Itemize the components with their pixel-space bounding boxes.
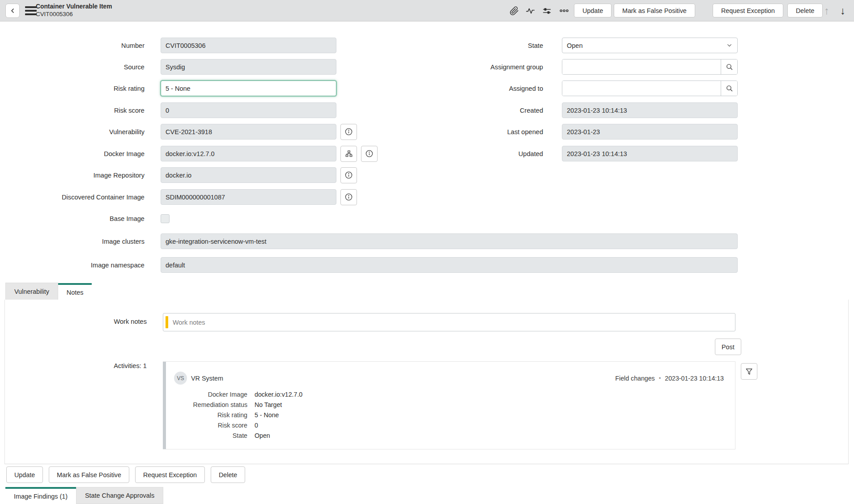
- assignment-group-input[interactable]: [562, 59, 721, 74]
- change-row: Docker Image docker.io:v12.7.0: [163, 390, 302, 398]
- related-list-tabs: Image Findings (1) State Change Approval…: [4, 486, 849, 504]
- personalize-form-button[interactable]: [539, 4, 554, 18]
- activity-timestamp: 2023-01-23 10:14:13: [665, 375, 724, 382]
- more-options-button[interactable]: [557, 4, 572, 18]
- field-row-updated: Updated 2023-01-23 10:14:13: [399, 146, 738, 161]
- change-row: Remediation status No Target: [163, 401, 282, 409]
- avatar: VS: [174, 372, 187, 385]
- field-label: Last opened: [399, 128, 543, 136]
- hierarchy-icon: [345, 150, 353, 158]
- risk-score-field: 0: [161, 102, 336, 118]
- risk-rating-field[interactable]: 5 - None: [161, 80, 336, 96]
- change-value: docker.io:v12.7.0: [255, 390, 302, 398]
- state-selected-value: Open: [567, 42, 582, 49]
- assigned-to-reference: [562, 80, 738, 96]
- docker-image-dependency-button[interactable]: [340, 146, 357, 162]
- previous-record-icon: ↑: [820, 4, 834, 18]
- tab-vulnerability[interactable]: Vulnerability: [5, 283, 58, 300]
- last-opened-field: 2023-01-23: [562, 124, 738, 140]
- field-row-created: Created 2023-01-23 10:14:13: [399, 102, 738, 118]
- info-icon: [344, 127, 353, 136]
- assignment-group-reference: [562, 59, 738, 75]
- paperclip-icon: [510, 6, 519, 16]
- activity-user-name: VR System: [191, 372, 223, 385]
- field-label: Updated: [399, 150, 543, 157]
- source-field: Sysdig: [161, 59, 336, 75]
- work-notes-label: Work notes: [5, 318, 147, 325]
- field-row-image-clusters: Image clusters gke-integration-serviceno…: [0, 233, 738, 249]
- mark-false-positive-button-footer[interactable]: Mark as False Positive: [49, 466, 129, 483]
- updated-field: 2023-01-23 10:14:13: [562, 146, 738, 161]
- info-icon: [344, 171, 353, 179]
- meta-separator: •: [659, 375, 661, 381]
- field-row-image-namespace: Image namespace default: [0, 257, 738, 273]
- activity-event-type: Field changes: [615, 375, 654, 382]
- mark-false-positive-button-header[interactable]: Mark as False Positive: [614, 4, 695, 17]
- vulnerability-preview-button[interactable]: [340, 124, 357, 140]
- change-field: Risk score: [163, 421, 247, 429]
- form-section-tabs: Vulnerability Notes: [4, 283, 849, 300]
- field-label: Docker Image: [0, 150, 144, 157]
- info-icon: [365, 149, 374, 158]
- discovered-container-image-field: SDIM000000001087: [161, 189, 336, 205]
- funnel-icon: [745, 368, 753, 375]
- field-label: Assignment group: [399, 64, 543, 71]
- info-icon: [344, 193, 353, 201]
- attachment-button[interactable]: [506, 4, 522, 18]
- discovered-container-image-preview-button[interactable]: [340, 189, 357, 205]
- chevron-left-icon: [9, 7, 16, 14]
- field-label: Vulnerability: [0, 128, 144, 136]
- request-exception-button-header[interactable]: Request Exception: [713, 4, 783, 17]
- field-row-image-repository: Image Repository docker.io: [0, 167, 357, 183]
- search-icon: [726, 85, 733, 92]
- field-label: Source: [0, 64, 144, 71]
- field-label: Base Image: [0, 215, 144, 222]
- tab-state-change-approvals[interactable]: State Change Approvals: [76, 487, 163, 504]
- menu-icon[interactable]: [25, 6, 37, 15]
- number-field: CVIT0005306: [161, 38, 336, 53]
- back-button[interactable]: [5, 4, 20, 18]
- activity-meta: Field changes • 2023-01-23 10:14:13: [615, 372, 724, 385]
- next-record-icon[interactable]: ↓: [836, 4, 850, 18]
- field-row-assigned-to: Assigned to: [399, 80, 738, 96]
- field-label: Image clusters: [0, 238, 144, 245]
- assigned-to-lookup-button[interactable]: [721, 81, 737, 96]
- field-label: State: [399, 42, 543, 49]
- tab-image-findings[interactable]: Image Findings (1): [5, 487, 76, 504]
- field-label: Image namespace: [0, 262, 144, 269]
- assignment-group-lookup-button[interactable]: [721, 59, 737, 74]
- image-repository-preview-button[interactable]: [340, 167, 357, 183]
- assigned-to-input[interactable]: [562, 81, 721, 96]
- field-row-source: Source Sysdig: [0, 59, 336, 75]
- change-value: Open: [255, 432, 270, 440]
- activity-filter-button[interactable]: [741, 363, 757, 380]
- delete-button-footer[interactable]: Delete: [211, 466, 245, 483]
- base-image-checkbox: [161, 214, 170, 223]
- field-row-state: State Open: [399, 38, 738, 53]
- change-row: State Open: [163, 432, 270, 440]
- post-button[interactable]: Post: [715, 339, 741, 355]
- activities-label: Activities: 1: [5, 362, 147, 369]
- docker-image-preview-button[interactable]: [361, 146, 378, 162]
- request-exception-button-footer[interactable]: Request Exception: [135, 466, 205, 483]
- title-block: Container Vulnerable Item CVIT0005306: [36, 3, 112, 18]
- change-field: State: [163, 432, 247, 440]
- field-label: Number: [0, 42, 144, 49]
- state-select[interactable]: Open: [562, 38, 738, 53]
- field-row-docker-image: Docker Image docker.io:v12.7.0: [0, 146, 378, 161]
- tab-notes[interactable]: Notes: [58, 283, 92, 300]
- field-row-risk-score: Risk score 0: [0, 102, 336, 118]
- update-button-footer[interactable]: Update: [6, 466, 43, 483]
- vulnerability-field: CVE-2021-3918: [161, 124, 336, 140]
- change-value: No Target: [255, 401, 282, 409]
- footer-actions: Update Mark as False Positive Request Ex…: [6, 466, 245, 483]
- delete-button-header[interactable]: Delete: [787, 4, 823, 17]
- form-header: Container Vulnerable Item CVIT0005306 Up…: [0, 0, 854, 21]
- work-notes-input[interactable]: [163, 313, 735, 331]
- update-button-header[interactable]: Update: [574, 4, 612, 17]
- notes-panel: Work notes Post Activities: 1 VS VR Syst…: [4, 300, 849, 464]
- page-title: Container Vulnerable Item: [36, 3, 112, 10]
- activity-stream-button[interactable]: [523, 4, 538, 18]
- work-notes-accent-bar: [166, 316, 168, 328]
- search-icon: [726, 63, 733, 71]
